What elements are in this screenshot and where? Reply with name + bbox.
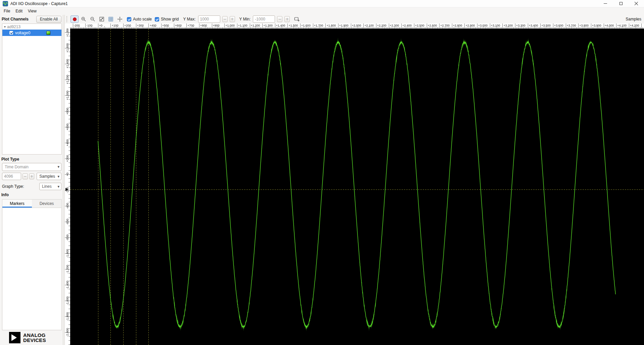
move-crosshair-icon [117, 16, 123, 22]
close-button[interactable] [629, 0, 644, 7]
window-title: ADI IIO Oscilloscope - Capture1 [10, 1, 68, 6]
graph-type-value: Lines [42, 184, 52, 189]
y-max-input[interactable] [198, 15, 220, 23]
tree-row-channel[interactable]: voltage0 [2, 30, 61, 36]
titlebar[interactable]: ADI IIO Oscilloscope - Capture1 [0, 0, 644, 7]
chevron-down-icon: ▾ [57, 184, 59, 189]
pan-button[interactable] [116, 15, 124, 23]
plot-channels-label: Plot Channels [2, 17, 29, 21]
plot-type-combobox[interactable]: Time Domain ▾ [2, 163, 61, 171]
zoom-out-icon [90, 16, 95, 22]
plot-region [65, 24, 644, 345]
app-icon [3, 1, 8, 6]
auto-scale-label: Auto scale [133, 17, 152, 21]
y-marker-arrow[interactable] [65, 188, 68, 191]
info-content [2, 208, 62, 330]
y-min-label: Y Min: [239, 17, 251, 21]
show-grid-option[interactable]: Show grid [155, 17, 179, 21]
y-max-label: Y Max: [183, 17, 195, 21]
info-tabs: Markers Devices [2, 199, 62, 208]
zoom-in-icon [81, 16, 86, 22]
auto-scale-checkbox[interactable] [127, 17, 131, 21]
sample-count-increment-button[interactable]: + [29, 173, 35, 179]
minimize-button[interactable] [598, 0, 613, 7]
y-min-decrement-button[interactable]: − [277, 16, 282, 22]
menu-edit[interactable]: Edit [13, 8, 25, 14]
zoom-fit-button[interactable] [98, 15, 106, 23]
y-max-decrement-button[interactable]: − [222, 16, 228, 22]
logo-line1: ANALOG [23, 333, 46, 338]
menubar: File Edit View [0, 7, 644, 15]
expander-icon[interactable]: ▾ [4, 25, 6, 29]
sample-unit-combobox[interactable]: Samples ▾ [37, 173, 61, 180]
menu-view[interactable]: View [25, 8, 39, 14]
graph-type-combobox[interactable]: Lines ▾ [39, 183, 61, 190]
new-plot-icon [294, 16, 300, 22]
channel-color-swatch[interactable] [46, 31, 50, 35]
x-ruler[interactable] [70, 24, 644, 29]
channels-panel: Plot Channels Enable All ▾ ad9213 voltag… [0, 15, 63, 345]
tab-devices[interactable]: Devices [32, 200, 61, 208]
chevron-down-icon: ▾ [57, 174, 59, 179]
new-plot-button[interactable] [293, 15, 301, 23]
tab-markers[interactable]: Markers [2, 200, 32, 208]
show-grid-checkbox[interactable] [155, 17, 159, 21]
plot-canvas[interactable] [70, 29, 644, 345]
chevron-down-icon: ▾ [57, 165, 59, 169]
zoom-in-button[interactable] [80, 15, 88, 23]
maximize-button[interactable] [613, 0, 629, 7]
sample-count-decrement-button[interactable]: − [22, 173, 28, 179]
ruler-corner [65, 24, 70, 29]
toolbar-drag-handle-icon[interactable] [66, 16, 68, 22]
device-name: ad9213 [7, 25, 20, 29]
y-min-input[interactable] [253, 15, 275, 23]
analog-devices-logo-icon [9, 332, 20, 343]
auto-scale-option[interactable]: Auto scale [127, 17, 152, 21]
sample-unit-value: Samples [39, 174, 55, 179]
menu-file[interactable]: File [1, 8, 13, 14]
info-label: Info [1, 192, 63, 197]
logo-line2: DEVICES [23, 338, 46, 343]
channel-checkbox[interactable] [9, 31, 13, 35]
show-grid-label: Show grid [161, 17, 179, 21]
grid-button[interactable] [107, 15, 115, 23]
capture-toggle-button[interactable] [71, 15, 79, 23]
plot-toolbar: Auto scale Show grid Y Max: − + Y Min: −… [65, 15, 644, 24]
sample-count-input[interactable] [2, 173, 21, 180]
plot-type-label: Plot Type [1, 157, 63, 162]
maximize-icon [619, 2, 623, 5]
x-axis-unit-label: Samples [626, 17, 641, 21]
enable-all-button[interactable]: Enable All [36, 16, 61, 23]
zoom-fit-icon [99, 16, 104, 22]
zoom-out-button[interactable] [89, 15, 97, 23]
y-max-increment-button[interactable]: + [230, 16, 235, 22]
y-ruler[interactable] [65, 29, 70, 345]
channel-name: voltage0 [15, 31, 30, 35]
brand-logo: ANALOG DEVICES [0, 330, 63, 345]
y-min-increment-button[interactable]: + [284, 16, 290, 22]
graph-type-label: Graph Type: [2, 184, 24, 189]
grid-icon [108, 16, 113, 22]
minimize-icon [604, 3, 607, 4]
tree-row-device[interactable]: ▾ ad9213 [2, 24, 61, 30]
channel-tree: ▾ ad9213 voltage0 [2, 24, 62, 155]
close-icon [634, 2, 638, 6]
plot-type-value: Time Domain [5, 165, 29, 169]
record-icon [73, 17, 77, 21]
